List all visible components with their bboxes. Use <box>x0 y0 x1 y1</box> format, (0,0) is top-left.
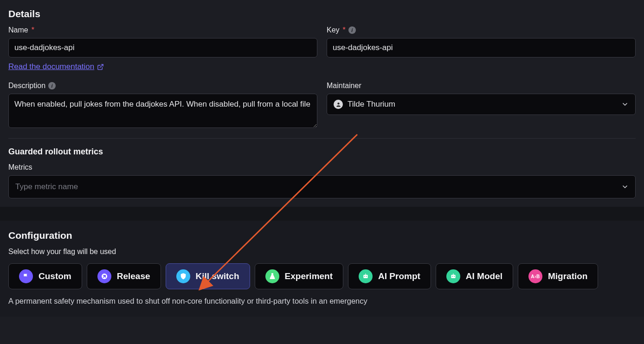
flag-type-ai-prompt[interactable]: AI Prompt <box>348 263 431 289</box>
chevron-down-icon <box>621 183 629 191</box>
robot-icon <box>359 269 373 283</box>
section-gap <box>0 207 644 221</box>
arrow-up-right-icon <box>97 269 111 283</box>
required-asterisk: * <box>32 26 34 34</box>
shield-icon <box>176 269 190 283</box>
migration-icon: A›B <box>528 269 542 283</box>
svg-point-10 <box>454 276 455 277</box>
description-column: Description i <box>8 82 317 128</box>
flask-icon <box>265 269 279 283</box>
maintainer-column: Maintainer Tilde Thurium <box>327 82 636 128</box>
svg-rect-4 <box>363 275 367 278</box>
svg-point-1 <box>337 102 339 104</box>
maintainer-label: Maintainer <box>327 82 636 90</box>
svg-rect-8 <box>451 275 455 278</box>
key-input[interactable] <box>327 38 636 57</box>
chevron-down-icon <box>621 101 629 108</box>
flag-type-group: Custom Release Kill switch Experiment AI… <box>8 263 636 289</box>
name-key-row: Name* Read the documentation Key* i <box>8 26 636 71</box>
desc-maintainer-row: Description i Maintainer Tilde Thurium <box>8 82 636 128</box>
description-textarea[interactable] <box>8 94 317 128</box>
key-label: Key* i <box>327 26 636 34</box>
details-heading: Details <box>8 8 636 19</box>
maintainer-select[interactable]: Tilde Thurium <box>327 94 636 115</box>
name-column: Name* Read the documentation <box>8 26 317 71</box>
svg-line-0 <box>100 64 103 67</box>
svg-point-9 <box>452 276 453 277</box>
details-section: Details Name* Read the documentation Key… <box>0 0 644 207</box>
configuration-heading: Configuration <box>8 230 636 241</box>
maintainer-value: Tilde Thurium <box>348 100 395 109</box>
svg-point-6 <box>366 276 367 277</box>
flag-icon <box>19 269 33 283</box>
info-icon[interactable]: i <box>48 82 56 89</box>
guarded-heading: Guarded rollout metrics <box>8 147 636 157</box>
documentation-link[interactable]: Read the documentation <box>8 62 317 71</box>
divider <box>8 138 636 139</box>
robot-icon <box>446 269 460 283</box>
description-label: Description i <box>8 82 317 90</box>
name-label: Name* <box>8 26 317 34</box>
configuration-helper: Select how your flag will be used <box>8 248 636 256</box>
flag-type-experiment[interactable]: Experiment <box>255 263 343 289</box>
metrics-label: Metrics <box>8 163 636 172</box>
required-asterisk: * <box>343 26 346 34</box>
key-column: Key* i <box>327 26 636 71</box>
flag-type-description: A permanent safety mechanism used to shu… <box>8 297 636 306</box>
metrics-placeholder: Type metric name <box>15 182 78 191</box>
avatar-icon <box>334 100 343 109</box>
configuration-section: Configuration Select how your flag will … <box>0 221 644 317</box>
svg-point-5 <box>364 276 365 277</box>
guarded-rollout-section: Guarded rollout metrics Metrics Type met… <box>8 147 636 198</box>
external-link-icon <box>97 64 104 70</box>
name-input[interactable] <box>8 38 317 57</box>
flag-type-release[interactable]: Release <box>87 263 161 289</box>
flag-type-ai-model[interactable]: AI Model <box>436 263 513 289</box>
flag-type-kill-switch[interactable]: Kill switch <box>166 263 250 289</box>
flag-type-migration[interactable]: A›B Migration <box>518 263 599 289</box>
flag-type-custom[interactable]: Custom <box>8 263 82 289</box>
metrics-select[interactable]: Type metric name <box>8 175 636 198</box>
info-icon[interactable]: i <box>348 26 356 34</box>
